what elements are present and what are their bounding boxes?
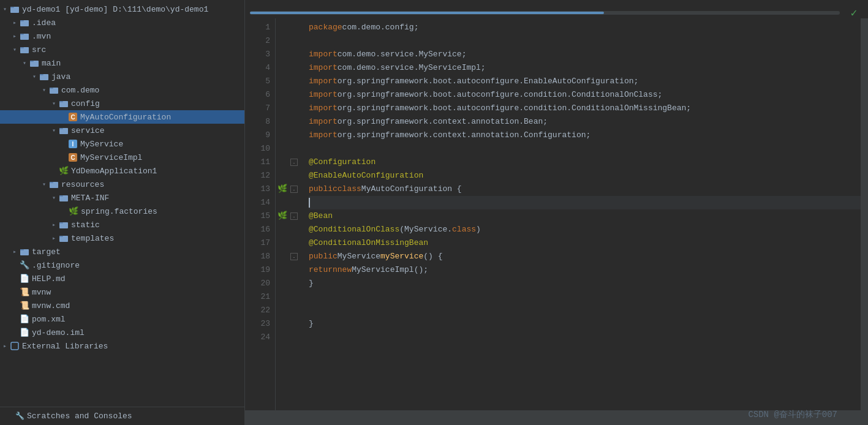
tree-arrow-pom.xml <box>10 314 20 324</box>
gutter-5 <box>276 75 289 88</box>
fold-9 <box>289 129 299 142</box>
token: new <box>338 263 352 277</box>
tree-arrow-java <box>29 72 39 81</box>
tree-arrow-root <box>0 4 10 14</box>
scratches-consoles-item[interactable]: 🔧 Scratches and Consoles <box>0 407 244 425</box>
tree-item-resources[interactable]: resources <box>0 178 244 191</box>
tree-label-static: static <box>71 220 100 230</box>
line-number-11: 11 <box>245 156 270 169</box>
token: class <box>338 182 361 196</box>
tree-item-MyService[interactable]: IMyService <box>0 137 244 151</box>
svg-rect-13 <box>50 88 53 89</box>
tree-item-java[interactable]: java <box>0 70 244 83</box>
line-number-5: 5 <box>245 75 270 88</box>
gutter-1 <box>276 21 289 34</box>
code-line-2 <box>309 34 861 48</box>
file-tree[interactable]: yd-demo1 [yd-demo] D:\111\demo\yd-demo1.… <box>0 0 244 407</box>
code-area[interactable]: package com.demo.config; import com.demo… <box>299 18 861 410</box>
fold-16 <box>289 223 299 236</box>
token: import <box>309 102 338 115</box>
fold-11[interactable]: - <box>289 156 299 169</box>
tree-label-service: service <box>71 126 105 135</box>
fold-18[interactable]: - <box>289 250 299 263</box>
tree-item-External Libraries[interactable]: External Libraries <box>0 339 244 353</box>
tree-icon-main <box>29 58 39 68</box>
tree-arrow-spring.factories <box>59 206 69 216</box>
tree-item-mvnw.cmd[interactable]: 📜mvnw.cmd <box>0 299 244 312</box>
tree-item-HELP.md[interactable]: 📄HELP.md <box>0 272 244 285</box>
tree-item-spring.factories[interactable]: 🌿spring.factories <box>0 205 244 218</box>
tree-arrow-YdDemoApplication1 <box>49 166 59 176</box>
tree-arrow-src <box>10 45 20 55</box>
line-number-13: 13 <box>245 182 270 196</box>
fold-22 <box>289 304 299 317</box>
token: ) <box>476 223 481 236</box>
token: ConditionalOnMissingBean; <box>572 102 691 115</box>
svg-rect-25 <box>59 236 63 237</box>
fold-5 <box>289 75 299 88</box>
fold-13[interactable]: - <box>289 182 299 196</box>
gutter-18 <box>276 250 289 263</box>
svg-rect-11 <box>40 74 43 75</box>
tree-label-.gitignore: .gitignore <box>32 261 80 270</box>
tree-item-mvn[interactable]: .mvn <box>0 29 244 43</box>
tree-label-pom.xml: pom.xml <box>32 315 66 324</box>
gutter-22 <box>276 304 289 317</box>
line-number-12: 12 <box>245 169 270 182</box>
scratches-icon: 🔧 <box>15 412 25 421</box>
tree-label-mvnw: mvnw <box>32 288 51 297</box>
token: EnableAutoConfiguration; <box>524 75 638 88</box>
tree-item-src[interactable]: src <box>0 43 244 56</box>
scratches-arrow <box>5 412 15 421</box>
tree-item-target[interactable]: target <box>0 245 244 258</box>
tree-item-MyServiceImpl[interactable]: CMyServiceImpl <box>0 151 244 164</box>
tree-item-.gitignore[interactable]: 🔧.gitignore <box>0 258 244 272</box>
tree-item-static[interactable]: static <box>0 218 244 231</box>
token: org.springframework.boot.autoconfigure.c… <box>338 88 572 102</box>
tree-item-idea[interactable]: .idea <box>0 16 244 29</box>
tree-item-MyAutoConfiguration[interactable]: CMyAutoConfiguration <box>0 110 244 124</box>
tree-label-root: yd-demo1 [yd-demo] D:\111\demo\yd-demo1 <box>22 5 208 14</box>
tree-item-mvnw[interactable]: 📜mvnw <box>0 285 244 299</box>
tree-item-config[interactable]: config <box>0 97 244 110</box>
gutter-17 <box>276 236 289 250</box>
gutter-15[interactable]: 🌿 <box>276 209 289 223</box>
token: import <box>309 61 338 75</box>
right-scrollbar[interactable] <box>861 18 868 410</box>
fold-15[interactable]: - <box>289 209 299 223</box>
token: MyServiceImpl; <box>418 61 485 75</box>
token: Bean; <box>524 115 548 129</box>
svg-rect-19 <box>50 182 53 183</box>
tree-item-main[interactable]: main <box>0 56 244 70</box>
svg-rect-7 <box>20 47 24 48</box>
editor-scrollbar-top[interactable] <box>250 11 840 15</box>
token: return <box>309 263 338 277</box>
tree-arrow-HELP.md <box>10 274 20 284</box>
code-line-7: import org.springframework.boot.autoconf… <box>309 102 861 115</box>
tree-label-config: config <box>71 99 100 108</box>
tree-item-yd-demo.iml[interactable]: 📄yd-demo.iml <box>0 326 244 339</box>
tree-label-idea: .idea <box>32 18 56 28</box>
svg-rect-3 <box>20 20 24 21</box>
tree-arrow-META-INF <box>49 193 59 203</box>
line-number-24: 24 <box>245 331 270 344</box>
tree-item-templates[interactable]: templates <box>0 231 244 245</box>
token: MyAutoConfiguration { <box>361 182 462 196</box>
line-number-21: 21 <box>245 290 270 304</box>
tree-item-META-INF[interactable]: META-INF <box>0 191 244 205</box>
tree-item-pom.xml[interactable]: 📄pom.xml <box>0 312 244 326</box>
gutter-11 <box>276 156 289 169</box>
tree-icon-yd-demo.iml: 📄 <box>20 328 29 337</box>
token: org.springframework.boot.autoconfigure. <box>338 75 524 88</box>
token: } <box>309 317 314 331</box>
line-number-6: 6 <box>245 88 270 102</box>
gutter-13[interactable]: 🌿 <box>276 182 289 196</box>
fold-19 <box>289 263 299 277</box>
tree-item-com.demo[interactable]: com.demo <box>0 83 244 97</box>
tree-item-service[interactable]: service <box>0 124 244 137</box>
token: @Configuration <box>309 156 376 169</box>
tree-item-YdDemoApplication1[interactable]: 🌿YdDemoApplication1 <box>0 164 244 178</box>
token: public <box>309 182 338 196</box>
tree-label-java: java <box>51 72 70 81</box>
tree-item-root[interactable]: yd-demo1 [yd-demo] D:\111\demo\yd-demo1 <box>0 2 244 16</box>
